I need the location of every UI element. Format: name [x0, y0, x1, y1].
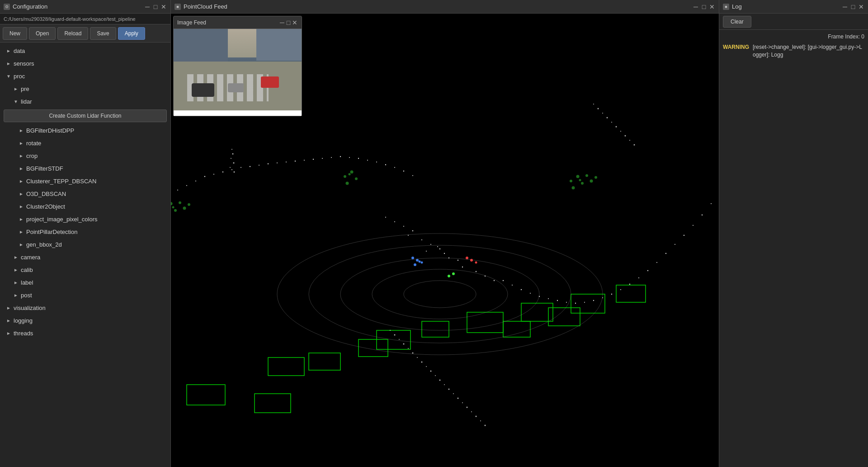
config-minimize-button[interactable]: ─	[144, 4, 151, 10]
svg-point-125	[412, 353, 414, 354]
tree-label-project-image: project_image_pixel_colors	[26, 216, 98, 223]
svg-point-104	[448, 275, 450, 277]
create-lidar-button[interactable]: Create Custom Lidar Function	[4, 110, 167, 122]
save-button[interactable]: Save	[90, 27, 116, 40]
log-minimize-button[interactable]: ─	[842, 4, 848, 10]
svg-point-46	[412, 175, 413, 176]
svg-point-160	[570, 180, 572, 182]
svg-point-132	[444, 384, 445, 385]
svg-point-19	[177, 190, 178, 191]
tree-label-lidar: lidar	[21, 98, 32, 105]
svg-point-4	[430, 244, 431, 245]
tree-item-threads[interactable]: threads	[0, 327, 170, 339]
config-tree: data sensors proc pre lidar Create Custo…	[0, 43, 170, 467]
svg-point-159	[188, 203, 190, 206]
chevron-sensors-icon	[5, 60, 12, 67]
tree-item-visualization[interactable]: visualization	[0, 301, 170, 314]
svg-point-40	[358, 158, 359, 159]
cam-building-left	[174, 29, 228, 65]
tree-item-sensors[interactable]: sensors	[0, 57, 170, 70]
svg-point-22	[195, 181, 196, 181]
image-feed-maximize-button[interactable]: □	[285, 19, 292, 26]
reload-button[interactable]: Reload	[57, 27, 88, 40]
tree-item-camera[interactable]: camera	[0, 251, 170, 263]
svg-point-118	[230, 167, 231, 168]
svg-point-163	[572, 186, 575, 190]
svg-point-168	[344, 175, 346, 178]
tree-item-data[interactable]: data	[0, 44, 170, 57]
pointcloud-titlebar: ■ PointCloud Feed ─ □ ✕	[171, 0, 719, 14]
tree-item-o3d-dbscan[interactable]: O3D_DBSCAN	[0, 187, 170, 200]
svg-point-96	[411, 257, 414, 259]
tree-label-o3d-dbscan: O3D_DBSCAN	[26, 191, 66, 197]
tree-item-calib[interactable]: calib	[0, 263, 170, 276]
tree-label-bg-filter-stdf: BGFilterSTDF	[26, 165, 63, 172]
tree-label-clusterer-tepp: Clusterer_TEPP_DBSCAN	[26, 178, 96, 185]
svg-point-103	[475, 262, 477, 264]
tree-item-project-image[interactable]: project_image_pixel_colors	[0, 213, 170, 225]
svg-point-166	[590, 180, 593, 183]
tree-item-crop[interactable]: crop	[0, 149, 170, 162]
pointcloud-maximize-button[interactable]: □	[701, 4, 707, 10]
pointcloud-close-button[interactable]: ✕	[709, 4, 715, 10]
tree-item-label[interactable]: label	[0, 276, 170, 289]
log-maximize-button[interactable]: □	[850, 4, 856, 10]
tree-item-proc[interactable]: proc	[0, 70, 170, 82]
image-feed-minimize-button[interactable]: ─	[279, 19, 285, 26]
svg-point-161	[576, 175, 580, 178]
svg-point-31	[277, 162, 278, 163]
svg-point-143	[598, 108, 599, 110]
tree-item-post[interactable]: post	[0, 289, 170, 301]
svg-point-66	[675, 244, 675, 245]
config-titlebar: ⚙ Configuration ─ □ ✕	[0, 0, 170, 14]
config-toolbar: New Open Reload Save Apply	[0, 24, 170, 43]
svg-point-60	[620, 289, 621, 290]
tree-item-bg-filter-stdf[interactable]: BGFilterSTDF	[0, 162, 170, 175]
cam-car-3	[228, 83, 244, 92]
tree-label-label: label	[21, 279, 33, 286]
open-button[interactable]: Open	[29, 27, 56, 40]
tree-label-threads: threads	[14, 330, 33, 337]
tree-item-rotate[interactable]: rotate	[0, 137, 170, 149]
config-close-button[interactable]: ✕	[160, 4, 167, 10]
log-title: Log	[732, 3, 742, 10]
tree-label-logging: logging	[14, 317, 33, 324]
svg-point-142	[593, 104, 594, 105]
tree-item-bg-filter-dpp[interactable]: BGFilterDHistDPP	[0, 124, 170, 137]
chevron-calib-icon	[13, 267, 19, 273]
tree-item-lidar[interactable]: lidar	[0, 95, 170, 108]
svg-point-34	[304, 160, 305, 161]
tree-item-pre[interactable]: pre	[0, 82, 170, 95]
pointcloud-minimize-button[interactable]: ─	[693, 4, 699, 10]
svg-point-171	[346, 182, 349, 185]
tree-item-clusterer-tepp[interactable]: Clusterer_TEPP_DBSCAN	[0, 175, 170, 187]
tree-item-point-pillar[interactable]: PointPillarDetection	[0, 225, 170, 238]
apply-button[interactable]: Apply	[118, 27, 145, 40]
svg-point-114	[231, 149, 232, 150]
svg-point-15	[394, 221, 395, 222]
config-maximize-button[interactable]: □	[152, 4, 159, 10]
svg-point-120	[390, 330, 391, 331]
tree-item-gen-bbox[interactable]: gen_bbox_2d	[0, 238, 170, 251]
svg-point-18	[186, 185, 187, 186]
tree-label-post: post	[21, 292, 32, 299]
tree-item-logging[interactable]: logging	[0, 314, 170, 327]
tree-label-sensors: sensors	[14, 60, 34, 67]
tree-item-cluster2object[interactable]: Cluster2Object	[0, 200, 170, 213]
svg-point-156	[172, 206, 175, 209]
chevron-bgfilter-stdf-icon	[18, 165, 24, 172]
svg-point-141	[485, 425, 486, 426]
tree-label-data: data	[14, 48, 25, 54]
svg-point-119	[234, 172, 235, 173]
svg-point-6	[421, 239, 422, 240]
new-button[interactable]: New	[3, 27, 27, 40]
image-feed-white-bar	[174, 110, 302, 116]
svg-point-69	[702, 214, 703, 215]
log-close-button[interactable]: ✕	[858, 4, 864, 10]
tree-label-crop: crop	[26, 152, 38, 159]
log-toolbar: Clear	[719, 14, 868, 30]
tree-label-camera: camera	[21, 254, 40, 261]
svg-point-32	[286, 162, 287, 162]
clear-log-button[interactable]: Clear	[723, 16, 751, 28]
image-feed-close-button[interactable]: ✕	[292, 19, 298, 26]
